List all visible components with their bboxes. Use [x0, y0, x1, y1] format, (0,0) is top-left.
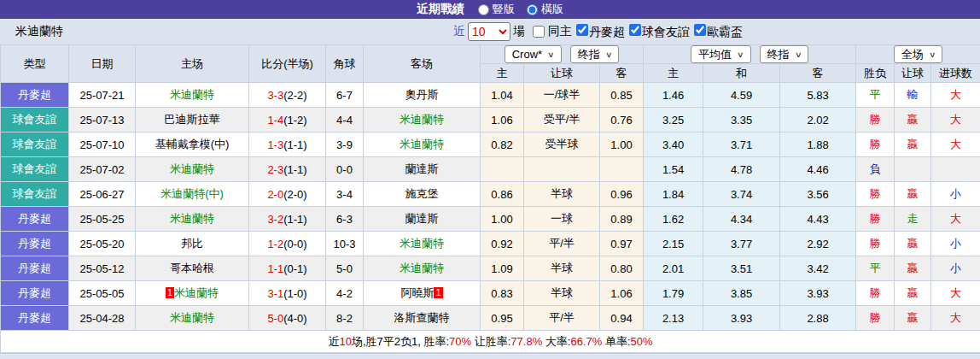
league-checkbox-friendly[interactable]: [629, 24, 641, 36]
away-team-name[interactable]: 蘭達斯: [405, 162, 439, 175]
crow-handicap-line: 半球: [524, 182, 600, 207]
crow-away-odds: 0.85: [600, 83, 644, 108]
result-handicap: 贏: [895, 132, 931, 157]
crow-handicap-line: [524, 157, 600, 182]
match-type-badge: 丹麥超: [1, 306, 69, 331]
away-team-cell: 米迪蘭特: [364, 256, 481, 281]
away-team-cell: 蘭達斯: [364, 207, 481, 232]
crow-away-odds: 1.06: [600, 281, 644, 306]
result-goals: 大: [931, 306, 980, 331]
crow-handicap-line: 平/半: [524, 306, 600, 331]
corner-count: 3-9: [326, 132, 364, 157]
fullmatch-scope-select[interactable]: 全场∨: [894, 45, 943, 63]
away-team-name[interactable]: 洛斯查蘭特: [394, 311, 450, 324]
result-wdl: 負: [856, 157, 895, 182]
header-group-row: 类型 日期 主场 比分(半场) 角球 客场 Crow*∨ 终指∨ 平均值∨ 终指…: [1, 45, 980, 64]
result-handicap: [895, 157, 931, 182]
col-header-type: 类型: [1, 45, 69, 83]
away-team-name[interactable]: 施克堡: [405, 187, 439, 200]
team-name[interactable]: 米迪蘭特: [15, 24, 63, 39]
home-team-name[interactable]: 邦比: [181, 237, 203, 250]
avg-home-odds: 1.46: [644, 83, 703, 108]
bottom-strip: [0, 353, 980, 359]
corner-count: 8-2: [326, 306, 364, 331]
horizontal-layout-radio[interactable]: [527, 4, 538, 15]
league-checkbox-danish[interactable]: [576, 24, 588, 36]
avg-home-odds: 2.15: [644, 232, 703, 256]
result-goals: 大: [931, 83, 980, 108]
result-goals: 大: [931, 132, 980, 157]
home-team-name[interactable]: 米迪蘭特: [170, 162, 214, 175]
match-date: 25-05-20: [69, 232, 136, 256]
league-checkbox-europa[interactable]: [694, 24, 706, 36]
filter-bar: 米迪蘭特 近 10 場 同主 丹麥超 球會友誼 歐霸盃: [0, 19, 980, 44]
halftime-score: (1-1): [283, 213, 306, 226]
col-header-corner: 角球: [326, 45, 364, 83]
avg-home-odds: 2.01: [644, 256, 703, 281]
col-header-home: 主场: [136, 45, 249, 83]
crow-handicap-line: 半球: [524, 281, 600, 306]
away-team-name[interactable]: 阿曉斯: [400, 286, 434, 299]
match-count-select[interactable]: 10: [468, 22, 510, 41]
avg-draw-odds: 3.51: [703, 256, 780, 281]
home-team-name[interactable]: 米迪蘭特(中): [160, 187, 224, 200]
result-goals-col: 进球数: [931, 64, 980, 83]
avg-draw-odds: 3.71: [703, 132, 780, 157]
halftime-score: (1-1): [283, 138, 306, 151]
avg-line-select[interactable]: 终指∨: [760, 45, 809, 63]
result-handicap: 贏: [895, 306, 931, 331]
away-team-name[interactable]: 米迪蘭特: [400, 262, 444, 274]
vertical-layout-option[interactable]: 豎版: [478, 2, 515, 17]
away-team-cell: 奧丹斯: [364, 83, 481, 108]
same-home-checkbox[interactable]: [533, 26, 545, 38]
home-team-name[interactable]: 米迪蘭特: [170, 311, 214, 324]
crow-handicap-line: 受半球: [524, 132, 600, 157]
fulltime-score: 3-2: [267, 213, 283, 226]
vertical-layout-radio[interactable]: [478, 4, 489, 15]
recent-results-panel: 近期戰績 豎版 橫版 米迪蘭特 近 10 場 同主 丹麥超 球會友誼 歐霸盃: [0, 0, 980, 359]
avg-away-col: 客: [780, 64, 856, 83]
away-team-cell: 阿曉斯1: [364, 281, 481, 306]
avg-draw-odds: 3.77: [703, 232, 780, 256]
home-team-name[interactable]: 米迪蘭特: [170, 88, 214, 101]
crow-home-odds: 0.95: [481, 306, 524, 331]
away-team-name[interactable]: 米迪蘭特: [400, 237, 444, 250]
crow-handicap-line: 受平/半: [524, 108, 600, 132]
home-team-name[interactable]: 米迪蘭特: [170, 212, 214, 225]
crow-handicap-line: 一/球半: [524, 83, 600, 108]
avg-line-label: 终指: [767, 47, 790, 62]
fulltime-score: 1-1: [267, 262, 283, 275]
layout-radio-group: 豎版 橫版: [478, 2, 563, 17]
crow-away-odds: 0.89: [600, 207, 644, 232]
result-handicap: 贏: [895, 108, 931, 132]
home-team-name[interactable]: 巴迪斯拉華: [165, 113, 220, 126]
home-team-cell: 米迪蘭特(中): [136, 182, 249, 207]
away-team-cell: 洛斯查蘭特: [364, 306, 481, 331]
home-team-name[interactable]: 基輔戴拿模(中): [155, 138, 230, 150]
result-handicap: 輸: [895, 83, 931, 108]
home-team-name[interactable]: 哥本哈根: [170, 262, 214, 274]
away-team-name[interactable]: 奧丹斯: [405, 88, 439, 101]
corner-count: 6-3: [326, 207, 364, 232]
home-team-cell: 米迪蘭特: [136, 207, 249, 232]
result-goals: 小: [931, 232, 980, 256]
result-handicap: 贏: [895, 256, 931, 281]
crow-line-label: 终指: [578, 47, 600, 62]
page-title: 近期戰績: [417, 2, 464, 17]
avg-company-select[interactable]: 平均值∨: [691, 45, 751, 63]
match-date: 25-05-05: [69, 281, 136, 306]
match-type-badge: 丹麥超: [1, 256, 69, 281]
away-team-name[interactable]: 蘭達斯: [405, 212, 439, 225]
crow-line-select[interactable]: 终指∨: [570, 45, 620, 63]
crow-company-select[interactable]: Crow*∨: [505, 45, 562, 63]
away-team-name[interactable]: 米迪蘭特: [400, 138, 444, 150]
crow-home-odds: 0.82: [481, 132, 524, 157]
match-type-badge: 球會友誼: [1, 157, 69, 182]
vertical-layout-label: 豎版: [493, 2, 515, 17]
result-wdl: 勝: [856, 207, 895, 232]
away-team-name[interactable]: 米迪蘭特: [400, 113, 444, 126]
horizontal-layout-option[interactable]: 橫版: [527, 2, 563, 17]
home-team-name[interactable]: 米迪蘭特: [174, 286, 219, 299]
match-date: 25-07-21: [69, 83, 136, 108]
result-wdl: 勝: [856, 232, 895, 256]
